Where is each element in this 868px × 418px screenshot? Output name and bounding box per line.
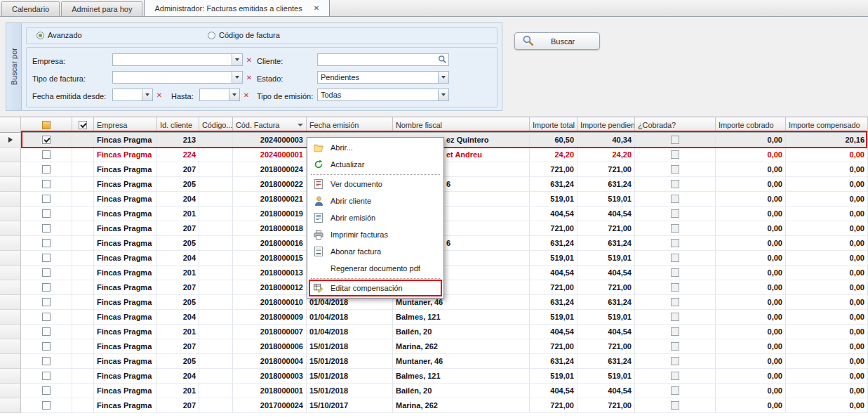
tipo-factura-combobox[interactable] [112,71,243,84]
row-select-checkbox[interactable] [21,384,72,398]
tab-calendario[interactable]: Calendario [1,1,60,16]
cobrada-checkbox[interactable] [635,280,716,295]
header-empresa[interactable]: Empresa [94,117,157,133]
radio-avanzado[interactable]: Avanzado [36,31,82,39]
cell-importe-pendiente: 40,34 [577,133,635,148]
row-select-checkbox[interactable] [21,148,72,162]
tipo-emision-combobox[interactable]: Todas [317,89,449,101]
cobrada-checkbox[interactable] [635,354,716,369]
cobrada-checkbox[interactable] [635,148,716,162]
cobrada-checkbox[interactable] [635,207,716,221]
cobrada-checkbox[interactable] [635,339,716,354]
cobrada-checkbox[interactable] [635,192,716,207]
row-select-checkbox[interactable] [21,236,72,251]
menu-item-abrir-cliente[interactable]: Abrir cliente [309,192,442,209]
header-importe-pendiente[interactable]: Importe pendiente [577,117,635,133]
header-importe-cobrado[interactable]: Importe cobrado [716,117,786,133]
search-magnifier-icon[interactable] [438,55,447,65]
menu-item-abrir-emision[interactable]: Abrir emisión [309,209,442,226]
row-flag-cell [72,236,94,251]
header-checkmark-column[interactable] [72,117,94,133]
row-select-checkbox[interactable] [21,398,72,413]
header-select-column[interactable] [21,117,72,133]
close-icon[interactable]: ✕ [314,4,319,12]
hasta-datepicker[interactable] [199,89,240,101]
filter-dropdown-icon[interactable] [298,124,303,126]
header-id-cliente[interactable]: Id. cliente [157,117,199,133]
row-select-checkbox[interactable] [21,354,72,369]
cobrada-checkbox[interactable] [635,310,716,325]
row-select-checkbox[interactable] [21,192,72,207]
menu-item-abonar-factura[interactable]: Abonar factura [309,243,442,260]
row-select-checkbox[interactable] [21,325,72,339]
cobrada-checkbox[interactable] [635,251,716,266]
header-codigo[interactable]: Código... [199,117,233,133]
header-importe-compensado[interactable]: Importe compensado [786,117,868,133]
buscar-por-side-tab[interactable]: Buscar por [6,23,22,110]
tab-adminet-para-hoy[interactable]: Adminet para hoy [61,1,142,16]
cobrada-checkbox[interactable] [635,133,716,148]
cobrada-checkbox[interactable] [635,236,716,251]
table-row[interactable]: Fincas Pragma205201800000415/01/2018Munt… [0,354,868,369]
cobrada-checkbox[interactable] [635,384,716,398]
menu-item-actualizar[interactable]: Actualizar [309,156,442,173]
header-fecha-emision[interactable]: Fecha emisión [307,117,393,133]
row-select-checkbox[interactable] [21,177,72,192]
row-select-checkbox[interactable] [21,162,72,177]
menu-item-editar-compensacion[interactable]: Editar compensación [309,280,442,296]
cobrada-checkbox[interactable] [635,398,716,413]
menu-item-label: Imprimir facturas [330,230,388,239]
menu-item-regenerar-documento-pdf[interactable]: Regenerar documento pdf [309,260,442,277]
row-select-checkbox[interactable] [21,251,72,266]
chevron-down-icon[interactable] [229,89,239,100]
header-importe-total[interactable]: Importe total [530,117,577,133]
empresa-combobox[interactable] [112,53,243,66]
buscar-button[interactable]: Buscar [514,32,600,50]
cobrada-checkbox[interactable] [635,295,716,310]
cobrada-checkbox[interactable] [635,325,716,339]
estado-combobox[interactable]: Pendientes [317,71,449,84]
cobrada-checkbox[interactable] [635,162,716,177]
header-nombre-fiscal[interactable]: Nombre fiscal [393,117,530,133]
chevron-down-icon[interactable] [438,72,448,83]
table-row[interactable]: Fincas Pragma201201800000701/04/2018Bail… [0,325,868,339]
menu-item-imprimir-facturas[interactable]: Imprimir facturas [309,226,442,243]
chevron-down-icon[interactable] [232,54,242,65]
header-cobrada[interactable]: ¿Cobrada? [635,117,716,133]
cobrada-checkbox[interactable] [635,266,716,280]
menu-item-abrir[interactable]: Abrir... [309,139,442,156]
row-select-checkbox[interactable] [21,310,72,325]
chevron-down-icon[interactable] [232,72,242,83]
table-row[interactable]: Fincas Pragma204201800000901/04/2018Balm… [0,310,868,325]
table-row[interactable]: Fincas Pragma207201800000615/01/2018Mari… [0,339,868,354]
fecha-desde-datepicker[interactable] [112,89,153,101]
header-cod-factura[interactable]: Cód. Factura [233,117,307,133]
row-select-checkbox[interactable] [21,339,72,354]
row-select-checkbox[interactable] [21,133,72,148]
cell-codigo [199,148,233,162]
row-select-checkbox[interactable] [21,207,72,221]
cobrada-checkbox[interactable] [635,369,716,384]
row-select-checkbox[interactable] [21,369,72,384]
clear-empresa-icon[interactable]: ✕ [244,53,254,66]
row-select-checkbox[interactable] [21,280,72,295]
radio-codigo-de-factura[interactable]: Código de factura [208,31,280,39]
clear-tipo-factura-icon[interactable]: ✕ [244,71,254,84]
table-row[interactable]: Fincas Pragma201201800000115/01/2018Bail… [0,384,868,398]
cell-importe-cobrado: 0,00 [716,221,786,236]
row-select-checkbox[interactable] [21,266,72,280]
row-select-checkbox[interactable] [21,221,72,236]
chevron-down-icon[interactable] [438,89,448,100]
cliente-input[interactable] [317,53,449,66]
cobrada-checkbox[interactable] [635,221,716,236]
menu-item-ver-documento[interactable]: Ver documento [309,176,442,192]
cobrada-checkbox[interactable] [635,177,716,192]
table-row[interactable]: Fincas Pragma207201700002415/10/2017Mari… [0,398,868,413]
row-select-checkbox[interactable] [21,295,72,310]
clear-hasta-icon[interactable]: ✕ [241,89,251,101]
table-row[interactable]: Fincas Pragma204201800000315/01/2018Balm… [0,369,868,384]
cell-importe-cobrado: 0,00 [716,177,786,192]
chevron-down-icon[interactable] [142,89,152,100]
tab-administrador-facturas[interactable]: Administrador: Facturas emitidas a clien… [144,0,330,16]
clear-fecha-desde-icon[interactable]: ✕ [154,89,164,101]
